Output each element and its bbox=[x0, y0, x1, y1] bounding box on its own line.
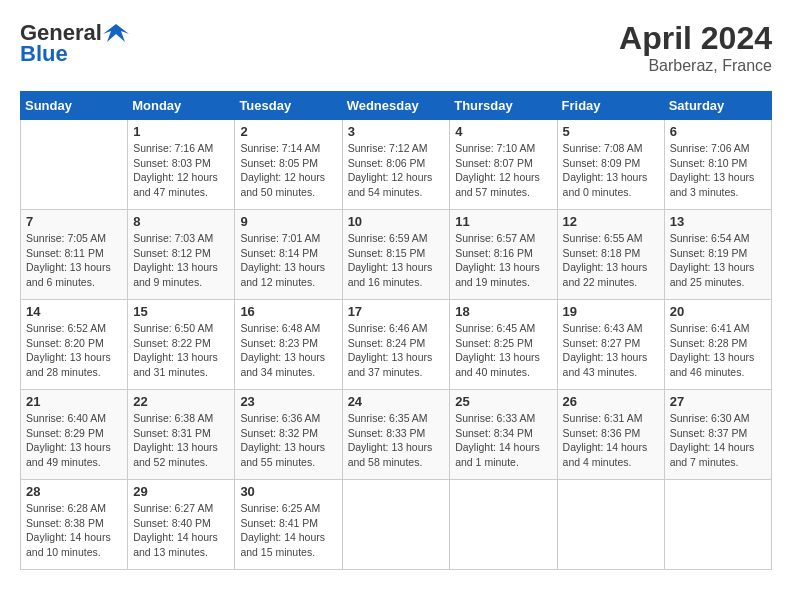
day-info: Sunrise: 6:50 AMSunset: 8:22 PMDaylight:… bbox=[133, 321, 229, 380]
svg-marker-0 bbox=[103, 24, 129, 42]
calendar-cell: 13Sunrise: 6:54 AMSunset: 8:19 PMDayligh… bbox=[664, 210, 771, 300]
day-number: 11 bbox=[455, 214, 551, 229]
calendar-cell: 25Sunrise: 6:33 AMSunset: 8:34 PMDayligh… bbox=[450, 390, 557, 480]
day-info: Sunrise: 6:40 AMSunset: 8:29 PMDaylight:… bbox=[26, 411, 122, 470]
day-info: Sunrise: 7:10 AMSunset: 8:07 PMDaylight:… bbox=[455, 141, 551, 200]
day-number: 26 bbox=[563, 394, 659, 409]
day-number: 1 bbox=[133, 124, 229, 139]
calendar-cell: 22Sunrise: 6:38 AMSunset: 8:31 PMDayligh… bbox=[128, 390, 235, 480]
calendar-cell: 2Sunrise: 7:14 AMSunset: 8:05 PMDaylight… bbox=[235, 120, 342, 210]
day-number: 19 bbox=[563, 304, 659, 319]
calendar-cell bbox=[450, 480, 557, 570]
calendar-cell: 7Sunrise: 7:05 AMSunset: 8:11 PMDaylight… bbox=[21, 210, 128, 300]
calendar-cell bbox=[342, 480, 450, 570]
day-number: 8 bbox=[133, 214, 229, 229]
calendar-cell: 28Sunrise: 6:28 AMSunset: 8:38 PMDayligh… bbox=[21, 480, 128, 570]
calendar-cell: 3Sunrise: 7:12 AMSunset: 8:06 PMDaylight… bbox=[342, 120, 450, 210]
calendar-cell: 21Sunrise: 6:40 AMSunset: 8:29 PMDayligh… bbox=[21, 390, 128, 480]
calendar-week-row: 1Sunrise: 7:16 AMSunset: 8:03 PMDaylight… bbox=[21, 120, 772, 210]
page-header: General Blue April 2024 Barberaz, France bbox=[20, 20, 772, 75]
day-info: Sunrise: 6:36 AMSunset: 8:32 PMDaylight:… bbox=[240, 411, 336, 470]
day-info: Sunrise: 7:01 AMSunset: 8:14 PMDaylight:… bbox=[240, 231, 336, 290]
header-cell-wednesday: Wednesday bbox=[342, 92, 450, 120]
header-cell-saturday: Saturday bbox=[664, 92, 771, 120]
calendar-cell: 9Sunrise: 7:01 AMSunset: 8:14 PMDaylight… bbox=[235, 210, 342, 300]
day-number: 2 bbox=[240, 124, 336, 139]
day-number: 23 bbox=[240, 394, 336, 409]
calendar-cell: 19Sunrise: 6:43 AMSunset: 8:27 PMDayligh… bbox=[557, 300, 664, 390]
calendar-cell bbox=[557, 480, 664, 570]
calendar-cell: 8Sunrise: 7:03 AMSunset: 8:12 PMDaylight… bbox=[128, 210, 235, 300]
day-number: 13 bbox=[670, 214, 766, 229]
calendar-body: 1Sunrise: 7:16 AMSunset: 8:03 PMDaylight… bbox=[21, 120, 772, 570]
day-number: 28 bbox=[26, 484, 122, 499]
logo: General Blue bbox=[20, 20, 129, 66]
calendar-table: SundayMondayTuesdayWednesdayThursdayFrid… bbox=[20, 91, 772, 570]
day-number: 6 bbox=[670, 124, 766, 139]
day-info: Sunrise: 6:33 AMSunset: 8:34 PMDaylight:… bbox=[455, 411, 551, 470]
calendar-week-row: 14Sunrise: 6:52 AMSunset: 8:20 PMDayligh… bbox=[21, 300, 772, 390]
day-info: Sunrise: 6:35 AMSunset: 8:33 PMDaylight:… bbox=[348, 411, 445, 470]
calendar-week-row: 7Sunrise: 7:05 AMSunset: 8:11 PMDaylight… bbox=[21, 210, 772, 300]
calendar-cell: 29Sunrise: 6:27 AMSunset: 8:40 PMDayligh… bbox=[128, 480, 235, 570]
day-info: Sunrise: 7:06 AMSunset: 8:10 PMDaylight:… bbox=[670, 141, 766, 200]
day-number: 5 bbox=[563, 124, 659, 139]
header-cell-thursday: Thursday bbox=[450, 92, 557, 120]
calendar-week-row: 21Sunrise: 6:40 AMSunset: 8:29 PMDayligh… bbox=[21, 390, 772, 480]
day-number: 10 bbox=[348, 214, 445, 229]
day-info: Sunrise: 7:14 AMSunset: 8:05 PMDaylight:… bbox=[240, 141, 336, 200]
day-info: Sunrise: 6:54 AMSunset: 8:19 PMDaylight:… bbox=[670, 231, 766, 290]
day-number: 29 bbox=[133, 484, 229, 499]
calendar-cell: 24Sunrise: 6:35 AMSunset: 8:33 PMDayligh… bbox=[342, 390, 450, 480]
calendar-cell: 6Sunrise: 7:06 AMSunset: 8:10 PMDaylight… bbox=[664, 120, 771, 210]
header-cell-sunday: Sunday bbox=[21, 92, 128, 120]
calendar-cell: 20Sunrise: 6:41 AMSunset: 8:28 PMDayligh… bbox=[664, 300, 771, 390]
logo-blue: Blue bbox=[20, 42, 129, 66]
day-info: Sunrise: 6:31 AMSunset: 8:36 PMDaylight:… bbox=[563, 411, 659, 470]
day-info: Sunrise: 6:48 AMSunset: 8:23 PMDaylight:… bbox=[240, 321, 336, 380]
calendar-cell: 11Sunrise: 6:57 AMSunset: 8:16 PMDayligh… bbox=[450, 210, 557, 300]
day-number: 18 bbox=[455, 304, 551, 319]
day-number: 12 bbox=[563, 214, 659, 229]
day-info: Sunrise: 7:03 AMSunset: 8:12 PMDaylight:… bbox=[133, 231, 229, 290]
calendar-header: SundayMondayTuesdayWednesdayThursdayFrid… bbox=[21, 92, 772, 120]
calendar-cell: 12Sunrise: 6:55 AMSunset: 8:18 PMDayligh… bbox=[557, 210, 664, 300]
calendar-cell: 27Sunrise: 6:30 AMSunset: 8:37 PMDayligh… bbox=[664, 390, 771, 480]
calendar-cell: 18Sunrise: 6:45 AMSunset: 8:25 PMDayligh… bbox=[450, 300, 557, 390]
day-info: Sunrise: 6:27 AMSunset: 8:40 PMDaylight:… bbox=[133, 501, 229, 560]
calendar-cell: 14Sunrise: 6:52 AMSunset: 8:20 PMDayligh… bbox=[21, 300, 128, 390]
day-number: 30 bbox=[240, 484, 336, 499]
calendar-cell: 1Sunrise: 7:16 AMSunset: 8:03 PMDaylight… bbox=[128, 120, 235, 210]
day-info: Sunrise: 6:28 AMSunset: 8:38 PMDaylight:… bbox=[26, 501, 122, 560]
day-info: Sunrise: 7:05 AMSunset: 8:11 PMDaylight:… bbox=[26, 231, 122, 290]
day-number: 14 bbox=[26, 304, 122, 319]
header-cell-friday: Friday bbox=[557, 92, 664, 120]
calendar-cell: 30Sunrise: 6:25 AMSunset: 8:41 PMDayligh… bbox=[235, 480, 342, 570]
location-subtitle: Barberaz, France bbox=[619, 57, 772, 75]
day-info: Sunrise: 6:41 AMSunset: 8:28 PMDaylight:… bbox=[670, 321, 766, 380]
day-info: Sunrise: 6:30 AMSunset: 8:37 PMDaylight:… bbox=[670, 411, 766, 470]
day-info: Sunrise: 6:57 AMSunset: 8:16 PMDaylight:… bbox=[455, 231, 551, 290]
day-number: 24 bbox=[348, 394, 445, 409]
day-info: Sunrise: 6:55 AMSunset: 8:18 PMDaylight:… bbox=[563, 231, 659, 290]
day-info: Sunrise: 7:12 AMSunset: 8:06 PMDaylight:… bbox=[348, 141, 445, 200]
day-number: 22 bbox=[133, 394, 229, 409]
calendar-cell: 16Sunrise: 6:48 AMSunset: 8:23 PMDayligh… bbox=[235, 300, 342, 390]
day-info: Sunrise: 7:08 AMSunset: 8:09 PMDaylight:… bbox=[563, 141, 659, 200]
day-number: 17 bbox=[348, 304, 445, 319]
header-cell-tuesday: Tuesday bbox=[235, 92, 342, 120]
calendar-cell bbox=[664, 480, 771, 570]
day-info: Sunrise: 6:45 AMSunset: 8:25 PMDaylight:… bbox=[455, 321, 551, 380]
day-info: Sunrise: 6:38 AMSunset: 8:31 PMDaylight:… bbox=[133, 411, 229, 470]
calendar-cell: 10Sunrise: 6:59 AMSunset: 8:15 PMDayligh… bbox=[342, 210, 450, 300]
calendar-cell: 5Sunrise: 7:08 AMSunset: 8:09 PMDaylight… bbox=[557, 120, 664, 210]
day-info: Sunrise: 6:52 AMSunset: 8:20 PMDaylight:… bbox=[26, 321, 122, 380]
day-number: 9 bbox=[240, 214, 336, 229]
day-info: Sunrise: 7:16 AMSunset: 8:03 PMDaylight:… bbox=[133, 141, 229, 200]
day-number: 25 bbox=[455, 394, 551, 409]
calendar-cell: 26Sunrise: 6:31 AMSunset: 8:36 PMDayligh… bbox=[557, 390, 664, 480]
day-info: Sunrise: 6:59 AMSunset: 8:15 PMDaylight:… bbox=[348, 231, 445, 290]
header-cell-monday: Monday bbox=[128, 92, 235, 120]
month-year-title: April 2024 bbox=[619, 20, 772, 57]
day-number: 3 bbox=[348, 124, 445, 139]
